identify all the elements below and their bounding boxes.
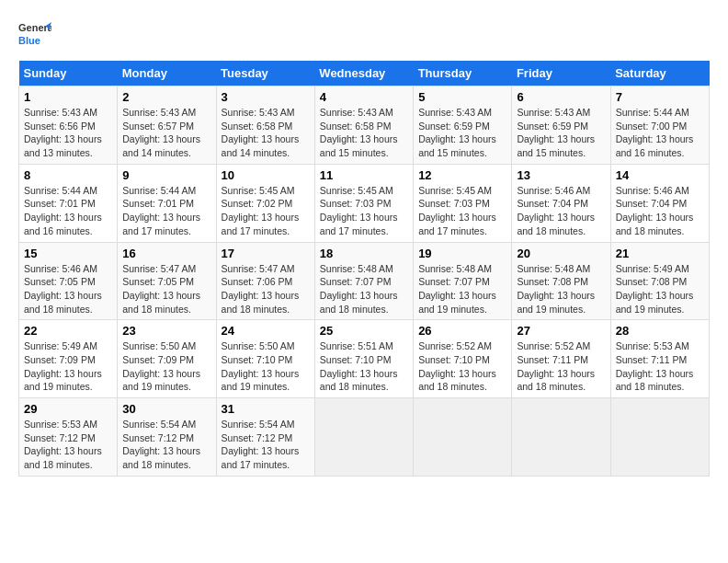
- day-info: Sunrise: 5:43 AM Sunset: 6:56 PM Dayligh…: [24, 106, 112, 160]
- day-number: 3: [222, 90, 310, 104]
- day-number: 14: [616, 168, 704, 182]
- day-number: 18: [320, 247, 408, 260]
- day-info: Sunrise: 5:44 AM Sunset: 7:00 PM Dayligh…: [616, 106, 704, 160]
- calendar-cell: 11 Sunrise: 5:45 AM Sunset: 7:03 PM Dayl…: [314, 164, 413, 242]
- day-number: 19: [418, 247, 506, 260]
- page-header: General Blue: [18, 18, 710, 52]
- day-number: 29: [24, 402, 112, 416]
- calendar-cell: 2 Sunrise: 5:43 AM Sunset: 6:57 PM Dayli…: [118, 86, 216, 165]
- day-info: Sunrise: 5:53 AM Sunset: 7:12 PM Dayligh…: [24, 418, 112, 472]
- day-number: 10: [222, 168, 310, 182]
- day-number: 21: [616, 247, 704, 260]
- day-number: 23: [122, 324, 210, 338]
- calendar-cell: 25 Sunrise: 5:51 AM Sunset: 7:10 PM Dayl…: [314, 320, 413, 398]
- day-info: Sunrise: 5:52 AM Sunset: 7:11 PM Dayligh…: [517, 339, 605, 394]
- calendar-cell: 17 Sunrise: 5:47 AM Sunset: 7:06 PM Dayl…: [216, 242, 314, 320]
- day-number: 31: [222, 402, 310, 416]
- dow-header-saturday: Saturday: [610, 61, 709, 86]
- dow-header-thursday: Thursday: [414, 61, 512, 86]
- day-number: 25: [320, 324, 408, 338]
- dow-header-sunday: Sunday: [19, 61, 118, 86]
- day-info: Sunrise: 5:47 AM Sunset: 7:06 PM Dayligh…: [222, 262, 310, 316]
- day-info: Sunrise: 5:54 AM Sunset: 7:12 PM Dayligh…: [122, 418, 210, 472]
- day-info: Sunrise: 5:43 AM Sunset: 6:57 PM Dayligh…: [122, 106, 210, 160]
- day-number: 27: [517, 324, 605, 338]
- day-number: 11: [320, 168, 408, 182]
- day-info: Sunrise: 5:43 AM Sunset: 6:58 PM Dayligh…: [320, 106, 408, 160]
- calendar-cell: [610, 398, 709, 477]
- calendar-cell: 30 Sunrise: 5:54 AM Sunset: 7:12 PM Dayl…: [118, 398, 216, 477]
- day-number: 1: [24, 90, 112, 104]
- day-info: Sunrise: 5:45 AM Sunset: 7:03 PM Dayligh…: [320, 184, 408, 238]
- svg-text:Blue: Blue: [18, 35, 40, 46]
- calendar-cell: 19 Sunrise: 5:48 AM Sunset: 7:07 PM Dayl…: [414, 242, 512, 320]
- calendar-cell: [314, 398, 413, 477]
- day-number: 9: [122, 168, 210, 182]
- day-info: Sunrise: 5:49 AM Sunset: 7:08 PM Dayligh…: [616, 262, 704, 316]
- day-info: Sunrise: 5:44 AM Sunset: 7:01 PM Dayligh…: [122, 184, 210, 238]
- calendar-cell: 8 Sunrise: 5:44 AM Sunset: 7:01 PM Dayli…: [19, 164, 118, 242]
- calendar-cell: 1 Sunrise: 5:43 AM Sunset: 6:56 PM Dayli…: [19, 86, 118, 165]
- calendar-table: SundayMondayTuesdayWednesdayThursdayFrid…: [18, 61, 710, 477]
- calendar-cell: 9 Sunrise: 5:44 AM Sunset: 7:01 PM Dayli…: [118, 164, 216, 242]
- day-info: Sunrise: 5:49 AM Sunset: 7:09 PM Dayligh…: [24, 339, 112, 394]
- calendar-cell: [414, 398, 512, 477]
- calendar-cell: 28 Sunrise: 5:53 AM Sunset: 7:11 PM Dayl…: [610, 320, 709, 398]
- logo-icon-area: General Blue: [18, 18, 51, 52]
- calendar-cell: 22 Sunrise: 5:49 AM Sunset: 7:09 PM Dayl…: [19, 320, 118, 398]
- calendar-cell: 3 Sunrise: 5:43 AM Sunset: 6:58 PM Dayli…: [216, 86, 314, 165]
- calendar-cell: 15 Sunrise: 5:46 AM Sunset: 7:05 PM Dayl…: [19, 242, 118, 320]
- calendar-cell: 24 Sunrise: 5:50 AM Sunset: 7:10 PM Dayl…: [216, 320, 314, 398]
- day-number: 22: [24, 324, 112, 338]
- day-number: 2: [122, 90, 210, 104]
- general-blue-logo-svg: General Blue: [18, 18, 51, 52]
- dow-header-monday: Monday: [118, 61, 216, 86]
- day-info: Sunrise: 5:48 AM Sunset: 7:08 PM Dayligh…: [517, 262, 605, 316]
- calendar-cell: 7 Sunrise: 5:44 AM Sunset: 7:00 PM Dayli…: [610, 86, 709, 165]
- day-number: 16: [122, 247, 210, 260]
- day-number: 13: [517, 168, 605, 182]
- day-info: Sunrise: 5:46 AM Sunset: 7:05 PM Dayligh…: [24, 262, 112, 316]
- day-number: 24: [222, 324, 310, 338]
- calendar-cell: 5 Sunrise: 5:43 AM Sunset: 6:59 PM Dayli…: [414, 86, 512, 165]
- calendar-cell: 10 Sunrise: 5:45 AM Sunset: 7:02 PM Dayl…: [216, 164, 314, 242]
- calendar-cell: 12 Sunrise: 5:45 AM Sunset: 7:03 PM Dayl…: [414, 164, 512, 242]
- calendar-cell: 16 Sunrise: 5:47 AM Sunset: 7:05 PM Dayl…: [118, 242, 216, 320]
- dow-header-friday: Friday: [512, 61, 610, 86]
- dow-header-tuesday: Tuesday: [216, 61, 314, 86]
- calendar-cell: 18 Sunrise: 5:48 AM Sunset: 7:07 PM Dayl…: [314, 242, 413, 320]
- day-number: 5: [418, 90, 506, 104]
- day-info: Sunrise: 5:54 AM Sunset: 7:12 PM Dayligh…: [222, 418, 310, 472]
- day-info: Sunrise: 5:45 AM Sunset: 7:02 PM Dayligh…: [222, 184, 310, 238]
- svg-text:General: General: [18, 22, 51, 33]
- day-info: Sunrise: 5:53 AM Sunset: 7:11 PM Dayligh…: [616, 339, 704, 394]
- calendar-cell: 20 Sunrise: 5:48 AM Sunset: 7:08 PM Dayl…: [512, 242, 610, 320]
- day-number: 4: [320, 90, 408, 104]
- day-info: Sunrise: 5:51 AM Sunset: 7:10 PM Dayligh…: [320, 339, 408, 394]
- day-info: Sunrise: 5:46 AM Sunset: 7:04 PM Dayligh…: [517, 184, 605, 238]
- day-number: 30: [122, 402, 210, 416]
- day-number: 12: [418, 168, 506, 182]
- day-info: Sunrise: 5:48 AM Sunset: 7:07 PM Dayligh…: [418, 262, 506, 316]
- day-number: 8: [24, 168, 112, 182]
- day-info: Sunrise: 5:43 AM Sunset: 6:59 PM Dayligh…: [418, 106, 506, 160]
- logo-container: General Blue: [18, 18, 51, 52]
- day-number: 20: [517, 247, 605, 260]
- calendar-cell: 21 Sunrise: 5:49 AM Sunset: 7:08 PM Dayl…: [610, 242, 709, 320]
- calendar-cell: 26 Sunrise: 5:52 AM Sunset: 7:10 PM Dayl…: [414, 320, 512, 398]
- calendar-cell: 31 Sunrise: 5:54 AM Sunset: 7:12 PM Dayl…: [216, 398, 314, 477]
- day-info: Sunrise: 5:52 AM Sunset: 7:10 PM Dayligh…: [418, 339, 506, 394]
- calendar-cell: 27 Sunrise: 5:52 AM Sunset: 7:11 PM Dayl…: [512, 320, 610, 398]
- day-number: 7: [616, 90, 704, 104]
- day-info: Sunrise: 5:50 AM Sunset: 7:09 PM Dayligh…: [122, 339, 210, 394]
- day-info: Sunrise: 5:45 AM Sunset: 7:03 PM Dayligh…: [418, 184, 506, 238]
- day-number: 6: [517, 90, 605, 104]
- dow-header-wednesday: Wednesday: [314, 61, 413, 86]
- day-info: Sunrise: 5:43 AM Sunset: 6:58 PM Dayligh…: [222, 106, 310, 160]
- calendar-cell: 14 Sunrise: 5:46 AM Sunset: 7:04 PM Dayl…: [610, 164, 709, 242]
- day-info: Sunrise: 5:47 AM Sunset: 7:05 PM Dayligh…: [122, 262, 210, 316]
- day-info: Sunrise: 5:44 AM Sunset: 7:01 PM Dayligh…: [24, 184, 112, 238]
- day-info: Sunrise: 5:50 AM Sunset: 7:10 PM Dayligh…: [222, 339, 310, 394]
- calendar-cell: [512, 398, 610, 477]
- day-info: Sunrise: 5:48 AM Sunset: 7:07 PM Dayligh…: [320, 262, 408, 316]
